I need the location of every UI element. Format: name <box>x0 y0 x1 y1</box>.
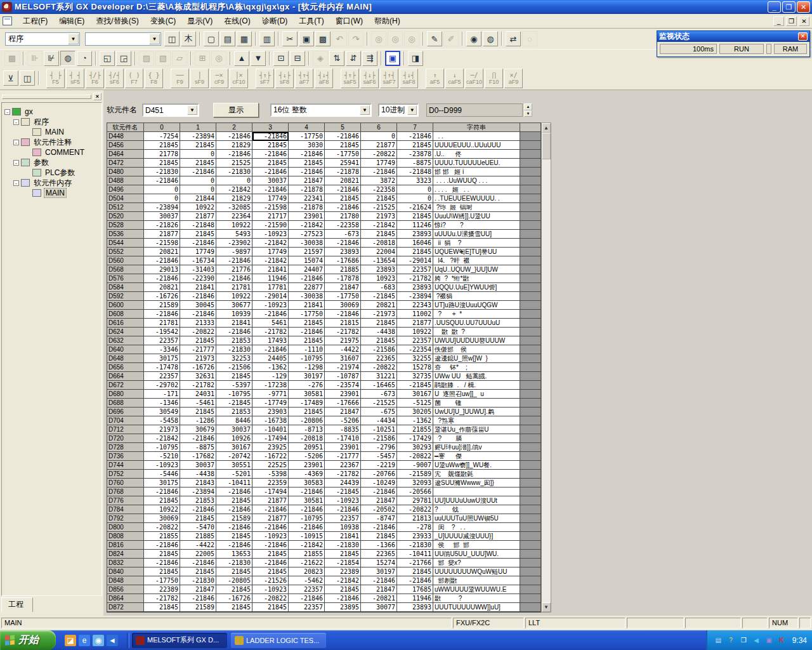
value-cell[interactable]: 23893 <box>361 265 397 274</box>
value-cell[interactable]: -20822 <box>180 328 216 336</box>
value-cell[interactable]: -21830 <box>397 541 433 550</box>
program-check-icon[interactable]: ⊻ <box>3 70 18 86</box>
value-cell[interactable]: 0 <box>144 194 180 203</box>
value-cell[interactable]: 10926 <box>216 434 252 443</box>
value-cell[interactable]: -21846 <box>397 132 433 141</box>
value-cell[interactable]: 23893 <box>325 248 361 256</box>
value-cell[interactable]: -21842 <box>361 221 397 230</box>
device-name-cell[interactable]: D688 <box>107 399 144 408</box>
sort3-icon[interactable]: ⇶ <box>362 51 377 66</box>
value-cell[interactable]: 21845 <box>180 408 216 416</box>
copy-icon[interactable]: ▣ <box>299 31 314 46</box>
value-cell[interactable]: -5470 <box>180 523 216 532</box>
value-cell[interactable]: 32255 <box>397 354 433 363</box>
value-cell[interactable]: -1362 <box>252 363 289 372</box>
value-cell[interactable]: 23933 <box>397 532 433 541</box>
invert-button[interactable]: ×/aF9 <box>504 69 523 88</box>
value-cell[interactable]: 22359 <box>252 479 289 488</box>
value-cell[interactable]: 21845 <box>397 567 433 576</box>
string-cell[interactable]: UUUU.TUUUUUeUEU. <box>433 159 520 168</box>
value-cell[interactable]: 21333 <box>180 319 216 328</box>
value-cell[interactable]: 21845 <box>289 336 325 345</box>
value-cell[interactable]: -20766 <box>361 470 397 479</box>
value-cell[interactable]: 21975 <box>325 336 361 345</box>
string-cell[interactable]: UQUEW匎E]TU]謈UU <box>433 248 520 256</box>
string-cell[interactable]: 侯 邯 邯 <box>433 541 520 550</box>
value-cell[interactable]: 31221 <box>361 372 397 381</box>
value-cell[interactable]: 23901 <box>289 461 325 470</box>
value-cell[interactable]: -22358 <box>325 221 361 230</box>
chevron-down-icon[interactable]: ▼ <box>149 34 160 44</box>
value-cell[interactable]: 21845 <box>180 336 216 345</box>
value-cell[interactable]: -20822 <box>397 452 433 461</box>
value-cell[interactable]: -21846 <box>252 132 289 141</box>
value-cell[interactable]: 21845 <box>289 408 325 416</box>
value-cell[interactable]: -21846 <box>289 150 325 159</box>
string-cell[interactable]: ? + * <box>433 310 520 319</box>
device-name-cell[interactable]: D656 <box>107 363 144 372</box>
value-cell[interactable]: -20818 <box>361 239 397 248</box>
value-cell[interactable]: -20822 <box>252 594 289 603</box>
value-cell[interactable]: 15278 <box>397 363 433 372</box>
value-cell[interactable]: -10923 <box>144 461 180 470</box>
value-cell[interactable]: -21846 <box>289 168 325 176</box>
string-cell[interactable]: 敪 敪 ? <box>433 328 520 336</box>
device-name-cell[interactable]: D648 <box>107 354 144 363</box>
string-cell[interactable]: UUUTUUUUUWW]]uU] <box>433 603 520 612</box>
value-cell[interactable]: 21845 <box>361 336 397 345</box>
value-cell[interactable]: 23893 <box>397 603 433 612</box>
device-name-cell[interactable]: D736 <box>107 452 144 461</box>
format-combo[interactable]: 16位 整数 ▼ <box>270 103 372 117</box>
string-cell[interactable]: UU]UUUuUuwU溲UUt <box>433 496 520 505</box>
value-cell[interactable]: -21846 <box>325 132 361 141</box>
value-cell[interactable]: -171 <box>144 390 180 399</box>
up-arrow-button[interactable]: ↑aF5 <box>426 69 444 88</box>
value-cell[interactable]: 21815 <box>325 319 361 328</box>
value-cell[interactable]: -10787 <box>325 372 361 381</box>
value-cell[interactable]: -21842 <box>216 185 252 194</box>
value-cell[interactable]: -17494 <box>252 434 289 443</box>
device-name-cell[interactable]: D720 <box>107 434 144 443</box>
value-cell[interactable]: 25941 <box>325 159 361 168</box>
value-cell[interactable]: 3030 <box>289 141 325 150</box>
value-cell[interactable]: -17750 <box>144 576 180 585</box>
value-cell[interactable]: -32085 <box>216 203 252 212</box>
value-cell[interactable]: 21780 <box>325 212 361 221</box>
value-cell[interactable]: -21846 <box>252 150 289 159</box>
step-button[interactable]: ∏F10 <box>485 69 503 88</box>
tree-node-2[interactable]: -参数 <box>3 157 100 168</box>
value-cell[interactable]: -675 <box>361 408 397 416</box>
value-cell[interactable]: 21845 <box>144 550 180 559</box>
value-cell[interactable]: -23894 <box>180 132 216 141</box>
value-cell[interactable]: -9897 <box>216 248 252 256</box>
value-cell[interactable]: 21845 <box>216 372 252 381</box>
string-cell[interactable] <box>433 488 520 496</box>
value-cell[interactable]: -21846 <box>289 488 325 496</box>
delete-hline-button[interactable]: ─×cF9 <box>210 69 228 88</box>
value-cell[interactable]: -21846 <box>252 523 289 532</box>
value-cell[interactable]: -29014 <box>397 256 433 265</box>
value-cell[interactable]: 21845 <box>216 603 252 612</box>
value-cell[interactable]: -7254 <box>144 132 180 141</box>
value-cell[interactable]: 21973 <box>180 354 216 363</box>
value-cell[interactable]: 21845 <box>397 141 433 150</box>
value-cell[interactable]: -21878 <box>289 203 325 212</box>
value-cell[interactable]: 22357 <box>144 336 180 345</box>
string-cell[interactable]: UwUU]U_]UUWU].鹔 <box>433 408 520 416</box>
value-cell[interactable]: 21853 <box>180 496 216 505</box>
value-cell[interactable]: 30037 <box>252 176 289 185</box>
value-cell[interactable]: -21586 <box>361 345 397 354</box>
value-cell[interactable]: 30037 <box>216 425 252 434</box>
value-cell[interactable]: -29014 <box>252 292 289 301</box>
device-name-cell[interactable]: D680 <box>107 390 144 399</box>
string-cell[interactable]: 姱 ? *绗*敪 <box>433 274 520 283</box>
value-cell[interactable]: -21846 <box>216 274 252 283</box>
paste-icon[interactable]: ▩ <box>315 31 331 46</box>
value-cell[interactable]: 5461 <box>252 319 289 328</box>
value-cell[interactable]: -13654 <box>361 256 397 265</box>
value-cell[interactable]: 23895 <box>325 603 361 612</box>
value-cell[interactable]: 10922 <box>397 328 433 336</box>
device-name-cell[interactable]: D480 <box>107 168 144 176</box>
string-cell[interactable]: UU鹐U5UU_UUU]WU. <box>433 550 520 559</box>
value-cell[interactable]: 21845 <box>144 496 180 505</box>
